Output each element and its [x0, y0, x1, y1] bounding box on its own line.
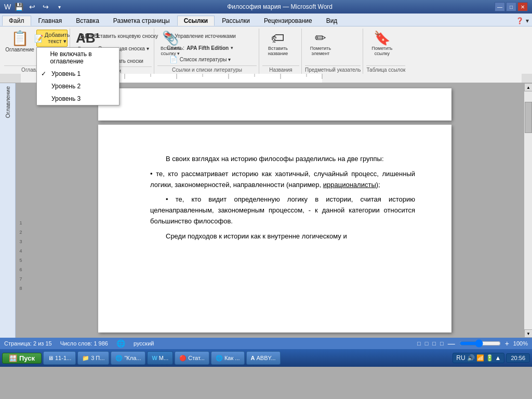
title-bar-left: W 💾 ↩ ↪ ▾	[4, 2, 65, 12]
view-web-icon[interactable]: □	[425, 340, 429, 347]
taskbar-item-word[interactable]: W М...	[147, 351, 173, 365]
insert-endnote-button[interactable]: AB¹ Вставить концевую сноску	[103, 31, 135, 42]
tab-home[interactable]: Главная	[32, 16, 69, 26]
scrollbar-thumb[interactable]	[525, 102, 532, 133]
tray-battery[interactable]: 🔋	[486, 354, 494, 362]
dropdown-label-level2: Уровень 2	[51, 83, 81, 90]
title-bar: W 💾 ↩ ↪ ▾ Философия мария — Microsoft Wo…	[0, 0, 532, 14]
qa-dropdown[interactable]: ▾	[54, 2, 65, 12]
taskbar-label-word: М...	[159, 355, 168, 361]
margin-num: 7	[19, 276, 22, 282]
word-icon: W	[4, 3, 11, 11]
status-bar: Страница: 2 из 15 Число слов: 1 986 🌐 ру…	[0, 338, 532, 349]
taskbar-item-web[interactable]: 🌐 "Кла...	[111, 351, 145, 365]
bibliography-button[interactable]: 📄 Список литературы ▾	[184, 54, 216, 65]
bibliography-label: Список литературы ▾	[180, 57, 231, 62]
group-captions: 🏷 Вставитьназвание Названия	[260, 29, 302, 74]
dropdown-item-level1[interactable]: ✓ Уровень 1	[37, 68, 119, 80]
qa-redo[interactable]: ↪	[40, 2, 51, 12]
help-icon[interactable]: ❓	[516, 17, 524, 24]
doc-para-2: • те, кто рассматривает историю как хаот…	[150, 169, 415, 191]
page-main[interactable]: В своих взглядах на историю философы раз…	[98, 125, 451, 332]
margin-num: 8	[19, 286, 22, 291]
dropdown-label-level1: Уровень 1	[51, 70, 81, 77]
dropdown-item-no-include[interactable]: Не включать в оглавление	[37, 48, 119, 68]
mark-entry-label: Пометитьэлемент	[310, 46, 331, 56]
doc-para-3: • те, кто видит определенную логику в ис…	[150, 194, 415, 227]
language[interactable]: русский	[134, 340, 154, 347]
dropdown-item-level2[interactable]: Уровень 2	[37, 80, 119, 92]
page-info: Страница: 2 из 15	[4, 340, 52, 347]
style-icon: Стиль:	[167, 45, 184, 51]
start-icon: 🪟	[9, 354, 17, 362]
toc-label: Оглавление	[5, 47, 34, 52]
mark-citation-button[interactable]: 🔖 Пометитьссылку	[366, 30, 397, 58]
taskbar-icon-web: 🌐	[115, 355, 123, 362]
taskbar-icon-11: 🖥	[48, 355, 54, 361]
window-controls: — □ ✕	[495, 2, 528, 11]
tab-file[interactable]: Файл	[2, 16, 31, 26]
ribbon-toggle-icon[interactable]: ▾	[526, 17, 529, 24]
add-text-button[interactable]: 📝 Добавить текст ▾	[36, 30, 68, 47]
taskbar-item-11[interactable]: 🖥 11-1...	[43, 351, 76, 365]
mark-entry-button[interactable]: ✏ Пометитьэлемент	[305, 30, 336, 58]
qa-save[interactable]: 💾	[13, 2, 24, 12]
citation-small-buttons: 📚 Управление источниками Стиль: APA Fift…	[184, 30, 216, 65]
tray-volume[interactable]: 🔊	[467, 354, 475, 362]
check-no-include	[41, 54, 47, 61]
group-index-buttons: ✏ Пометитьэлемент	[305, 29, 361, 65]
tab-page-layout[interactable]: Разметка страницы	[107, 16, 177, 26]
tab-mailings[interactable]: Рассылки	[215, 16, 257, 26]
left-margin: 1 2 3 4 5 6 7 8	[16, 83, 26, 338]
maximize-button[interactable]: □	[506, 2, 516, 11]
zoom-minus-button[interactable]: —	[448, 339, 455, 348]
zoom-plus-button[interactable]: +	[505, 339, 509, 348]
scroll-up-button[interactable]: ▲	[524, 83, 532, 91]
style-button[interactable]: Стиль: APA Fifth Edition ▾	[184, 43, 216, 52]
dropdown-label-level3: Уровень 3	[51, 95, 81, 102]
minimize-button[interactable]: —	[495, 2, 505, 11]
taskbar-item-abby[interactable]: A ABBY...	[246, 351, 281, 365]
scroll-down-button[interactable]: ▼	[524, 329, 532, 338]
insert-caption-button[interactable]: 🏷 Вставитьназвание	[262, 30, 294, 58]
taskbar-icon-folder: 📁	[82, 355, 89, 362]
margin-num: 5	[19, 258, 22, 263]
dropdown-item-level3[interactable]: Уровень 3	[37, 92, 119, 105]
check-level2	[41, 83, 48, 90]
tray-more[interactable]: ▲	[495, 354, 501, 362]
dropdown-label-no-include: Не включать в оглавление	[50, 50, 113, 65]
tab-review[interactable]: Рецензирование	[257, 16, 319, 26]
taskbar-label-kak: Как ...	[224, 355, 240, 361]
group-captions-buttons: 🏷 Вставитьназвание	[262, 29, 299, 65]
status-right: □ □ □ □ — + 100%	[417, 339, 528, 348]
tab-insert[interactable]: Вставка	[69, 16, 106, 26]
zoom-slider[interactable]	[459, 340, 501, 347]
toc-panel-label[interactable]: Оглавление	[5, 86, 11, 118]
view-read-icon[interactable]: □	[432, 340, 436, 347]
view-normal-icon[interactable]: □	[417, 340, 421, 347]
manage-sources-button[interactable]: 📚 Управление источниками	[184, 31, 216, 42]
insert-endnote-label: Вставить концевую сноску	[94, 33, 158, 39]
spell-icon[interactable]: 🌐	[116, 339, 125, 348]
toc-button[interactable]: 📋 Оглавление	[4, 30, 35, 54]
qa-undo[interactable]: ↩	[26, 2, 38, 12]
view-outline-icon[interactable]: □	[440, 340, 444, 347]
zoom-level: 100%	[513, 340, 528, 347]
tab-references[interactable]: Ссылки	[177, 16, 215, 26]
taskbar-item-stat[interactable]: 🔴 Стат...	[175, 351, 209, 365]
taskbar-label-11: 11-1...	[55, 355, 71, 361]
toc-icon: 📋	[11, 31, 29, 46]
insert-caption-icon: 🏷	[271, 31, 285, 45]
tray-ru[interactable]: RU	[456, 354, 465, 362]
margin-num: 1	[19, 220, 22, 225]
taskbar-label-abby: ABBY...	[256, 355, 275, 361]
start-button[interactable]: 🪟 Пуск	[2, 353, 42, 364]
page-container: В своих взглядах на историю философы раз…	[26, 83, 524, 338]
close-button[interactable]: ✕	[517, 2, 528, 11]
taskbar-item-kak[interactable]: 🌐 Как ...	[211, 351, 245, 365]
tab-view[interactable]: Вид	[320, 16, 344, 26]
taskbar-item-folder[interactable]: 📁 3 П...	[77, 351, 109, 365]
taskbar-icon-word: W	[152, 355, 157, 361]
taskbar-label-folder: 3 П...	[91, 355, 104, 361]
tray-network[interactable]: 📶	[476, 354, 484, 362]
